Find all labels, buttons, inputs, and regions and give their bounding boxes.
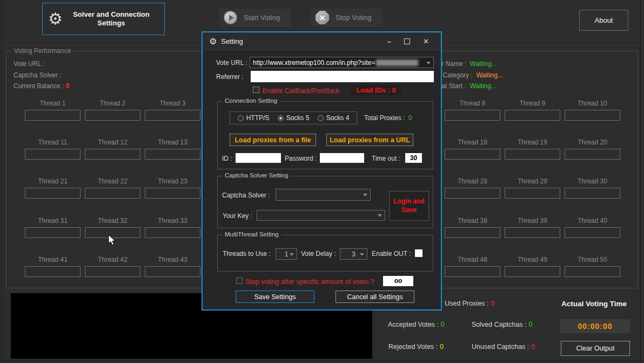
vote-delay-label: Vote Delay : (301, 250, 336, 258)
thread-output-box[interactable] (145, 110, 200, 121)
thread-label: Thread 18 (445, 138, 500, 147)
stop-votes-checkbox[interactable] (236, 278, 243, 284)
stop-icon: ✕ (316, 11, 329, 24)
total-proxies-value: 0 (408, 114, 412, 122)
thread-label: Thread 13 (145, 138, 200, 147)
timeout-input[interactable] (405, 153, 422, 163)
captcha-solver-title: Captcha Solver Setting (222, 172, 291, 179)
captcha-solver-select-label: Captcha Solver : (222, 192, 270, 199)
rejected-votes-value: 0 (440, 343, 444, 351)
proxy-password-input[interactable] (320, 153, 364, 163)
dialog-titlebar[interactable]: ⚙ Setting – ✕ (203, 32, 441, 50)
thread-label: Thread 31 (25, 217, 81, 225)
thread-output-box[interactable] (565, 227, 620, 238)
radio-socks5[interactable]: Socks 5 (278, 114, 310, 122)
thread-cell: Thread 42 (85, 256, 140, 277)
thread-label: Thread 8 (445, 100, 500, 108)
thread-output-box[interactable] (145, 227, 200, 238)
thread-label: Thread 23 (145, 177, 200, 186)
referrer-input[interactable] (251, 71, 434, 82)
start-voting-button[interactable]: Start Voting (219, 9, 291, 27)
save-settings-button[interactable]: Save Settings (236, 291, 314, 303)
thread-cell: Thread 31 (25, 217, 81, 238)
current-balance-label: Current Balance : 0 (14, 82, 69, 90)
thread-cell: Thread 49 (505, 256, 560, 277)
chevron-down-icon (426, 62, 431, 64)
about-button[interactable]: About (579, 10, 628, 31)
thread-output-box[interactable] (445, 266, 500, 277)
load-proxies-url-button[interactable]: Load proxies from a URL (326, 134, 413, 146)
thread-cell: Thread 41 (25, 256, 81, 277)
solver-settings-button[interactable]: ⚙ Solver and Connection Settings (42, 3, 165, 35)
proxy-id-input[interactable] (236, 153, 281, 163)
clear-output-button[interactable]: Clear Output (561, 341, 630, 356)
thread-output-box[interactable] (505, 188, 560, 199)
enable-out-checkbox[interactable] (415, 249, 422, 257)
load-proxies-file-button[interactable]: Load proxies from a file (230, 134, 316, 146)
thread-label: Thread 50 (565, 256, 620, 264)
thread-label: Thread 39 (505, 217, 560, 225)
radio-dot-selected (278, 115, 284, 121)
thread-output-box[interactable] (85, 227, 140, 238)
vote-url-combobox[interactable]: http://www.xtremetop100.com/in.php?site= (250, 57, 434, 68)
thread-output-box[interactable] (85, 149, 140, 160)
thread-cell: Thread 10 (565, 100, 620, 121)
thread-output-box[interactable] (145, 266, 200, 277)
settings-dialog: ⚙ Setting – ✕ Vote URL : http://www.xtre… (202, 31, 442, 311)
thread-cell: Thread 19 (505, 138, 560, 160)
maximize-icon[interactable] (404, 38, 410, 44)
thread-cell: Thread 8 (445, 100, 500, 121)
thread-label: Thread 30 (565, 177, 620, 186)
thread-output-box[interactable] (445, 188, 500, 199)
load-ids-label: Load IDs : 0 (351, 85, 401, 95)
thread-output-box[interactable] (505, 266, 560, 277)
vote-delay-dropdown[interactable]: 3 (340, 248, 367, 260)
thread-output-box[interactable] (85, 188, 140, 199)
used-proxies-value: 0 (491, 300, 494, 307)
thread-label: Thread 42 (85, 256, 140, 264)
your-key-dropdown[interactable] (257, 210, 385, 221)
stop-voting-button[interactable]: ✕ Stop Voting (311, 9, 383, 27)
minimize-icon[interactable]: – (387, 38, 391, 45)
thread-cell: Thread 39 (505, 217, 560, 238)
thread-output-box[interactable] (25, 266, 81, 277)
thread-label: Thread 41 (25, 256, 81, 264)
thread-output-box[interactable] (565, 188, 620, 199)
thread-output-box[interactable] (445, 227, 500, 238)
thread-output-box[interactable] (85, 110, 140, 121)
thread-output-box[interactable] (445, 110, 500, 121)
cancel-settings-button[interactable]: Cancel all Settings (336, 291, 414, 303)
window-bottom-border (1, 361, 643, 361)
thread-cell: Thread 18 (445, 138, 500, 160)
thread-output-box[interactable] (25, 227, 81, 238)
thread-output-box[interactable] (565, 110, 620, 121)
thread-cell: Thread 32 (85, 217, 140, 238)
thread-output-box[interactable] (565, 149, 620, 160)
thread-output-box[interactable] (85, 266, 140, 277)
thread-output-box[interactable] (25, 110, 81, 121)
thread-output-box[interactable] (145, 149, 200, 160)
thread-output-box[interactable] (445, 149, 500, 160)
close-icon[interactable]: ✕ (423, 38, 429, 45)
threads-to-use-dropdown[interactable]: 1 (276, 248, 297, 260)
chevron-down-icon (363, 194, 367, 196)
radio-socks4[interactable]: Socks 4 (318, 114, 350, 122)
solved-captchas-value: 0 (528, 321, 532, 328)
accepted-votes-stat: Accepted Votes :0 (388, 321, 445, 328)
thread-output-box[interactable] (505, 110, 560, 121)
callback-checkbox-label: Enable CallBack/PostBack (263, 87, 339, 95)
thread-output-box[interactable] (505, 149, 560, 160)
thread-output-box[interactable] (25, 149, 81, 160)
thread-output-box[interactable] (145, 188, 200, 199)
radio-https[interactable]: HTTP/S (238, 114, 270, 122)
thread-label: Thread 32 (85, 217, 140, 225)
thread-output-box[interactable] (505, 227, 560, 238)
callback-checkbox[interactable] (253, 87, 259, 93)
thread-cell: Thread 28 (445, 177, 500, 199)
thread-output-box[interactable] (25, 188, 81, 199)
thread-output-box[interactable] (565, 266, 620, 277)
votes-amount-input[interactable]: oo (383, 276, 413, 286)
window-left-border (1, 0, 2, 363)
captcha-solver-dropdown[interactable] (276, 189, 371, 201)
login-save-button[interactable]: Login and Save (389, 191, 429, 221)
